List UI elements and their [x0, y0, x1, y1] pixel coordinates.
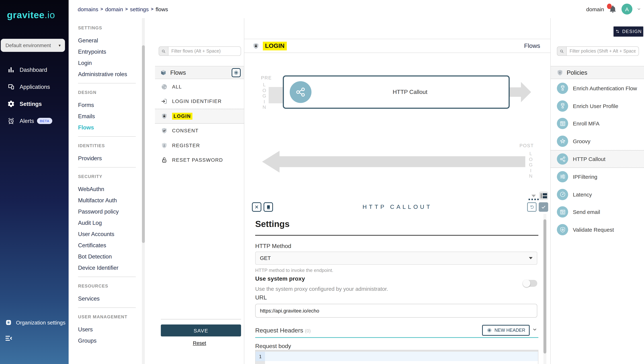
settings-nav-panel: SETTINGSGeneralEntrypointsLoginAdministr…	[69, 18, 145, 364]
sidebar-item-alerts[interactable]: AlertsBETA	[0, 112, 69, 130]
settings-nav-item-device-identifier[interactable]: Device Identifier	[78, 262, 145, 273]
login-arrow-icon	[161, 98, 168, 105]
breadcrumb-item-domain[interactable]: domain	[105, 6, 123, 12]
settings-nav-item-bot-detection[interactable]: Bot Detection	[78, 251, 145, 262]
organization-settings-button[interactable]: Organization settings	[5, 319, 65, 326]
sidebar-item-settings[interactable]: Settings	[0, 95, 69, 112]
settings-nav-item-login[interactable]: Login	[78, 57, 145, 68]
layout-toggle-button[interactable]	[539, 192, 548, 200]
request-body-label: Request body	[255, 343, 291, 350]
sidebar-item-label: Applications	[20, 84, 50, 90]
http-method-select[interactable]: GET	[255, 252, 537, 265]
policy-item-validate-request[interactable]: Validate Request	[551, 221, 644, 239]
policy-item-latency[interactable]: Latency	[551, 186, 644, 204]
settings-nav-divider	[78, 136, 136, 137]
collapse-panel-icon[interactable]	[531, 195, 536, 197]
app-root: domains>domain>settings>flows domain A D…	[0, 0, 644, 364]
sidebar-item-applications[interactable]: Applications	[0, 78, 69, 95]
flow-item-login[interactable]: LOGIN	[155, 109, 244, 124]
flows-search-input[interactable]	[168, 46, 241, 56]
settings-nav-item-services[interactable]: Services	[78, 293, 145, 304]
settings-nav-item-users[interactable]: Users	[78, 324, 145, 335]
flow-item-label: LOGIN IDENTIFIER	[172, 99, 222, 104]
shield-gear-icon	[559, 226, 566, 234]
url-input[interactable]	[255, 304, 537, 318]
refresh-button[interactable]	[527, 202, 537, 212]
pre-arrow-body	[510, 87, 521, 97]
flow-item-reset-password[interactable]: RESET PASSWORD	[155, 153, 244, 168]
save-button[interactable]: SAVE	[161, 324, 241, 336]
settings-nav-item-password-policy[interactable]: Password policy	[78, 206, 145, 217]
settings-nav-section-identities: IDENTITIES	[78, 141, 145, 150]
notifications-button[interactable]	[608, 5, 617, 14]
settings-nav-divider	[78, 83, 136, 84]
logo: gravitee.io	[7, 10, 55, 21]
avatar[interactable]: A	[621, 4, 632, 14]
http-callout-node[interactable]: HTTP Callout	[283, 76, 510, 109]
window-plus-icon	[559, 120, 566, 127]
environment-selector[interactable]: Default environment ▾	[1, 39, 65, 52]
policy-item-groovy[interactable]: Groovy	[551, 132, 644, 150]
settings-nav-item-entrypoints[interactable]: Entrypoints	[78, 46, 145, 57]
breadcrumb: domains>domain>settings>flows	[76, 0, 169, 18]
window-plus-icon	[559, 208, 566, 216]
plus-icon	[233, 70, 239, 76]
sidebar-item-dashboard[interactable]: Dashboard	[0, 61, 69, 78]
callout-scrollbar-thumb[interactable]	[543, 219, 546, 354]
chevron-down-icon[interactable]	[532, 327, 537, 332]
dropdown-arrow-icon	[529, 257, 533, 259]
policy-item-label: IPFiltering	[573, 174, 597, 180]
settings-nav-item-groups[interactable]: Groups	[78, 335, 145, 346]
request-body-editor[interactable]: 1	[255, 350, 538, 364]
http-method-hint: HTTP method to invoke the endpoint.	[255, 268, 333, 273]
policy-item-enrich-user-profile[interactable]: Enrich User Profile	[551, 97, 644, 115]
settings-nav-section-design: DESIGN	[78, 88, 145, 97]
policies-search-input[interactable]	[566, 46, 639, 56]
collapse-sidebar-button[interactable]	[4, 334, 13, 342]
settings-nav-item-webauthn[interactable]: WebAuthn	[78, 184, 145, 195]
settings-nav-item-general[interactable]: General	[78, 35, 145, 46]
settings-nav-item-forms[interactable]: Forms	[78, 99, 145, 110]
policy-item-ipfiltering[interactable]: IPFiltering	[551, 168, 644, 186]
breadcrumb-separator: >	[125, 6, 128, 12]
policy-item-send-email[interactable]: Send email	[551, 203, 644, 221]
pre-arrow-head	[521, 82, 531, 102]
gear-icon	[7, 100, 15, 108]
add-flow-button[interactable]	[232, 68, 241, 77]
policy-item-enroll-mfa[interactable]: Enroll MFA	[551, 115, 644, 132]
settings-nav-section-security: SECURITY	[78, 172, 145, 181]
system-proxy-toggle[interactable]	[523, 280, 537, 287]
http-method-label: HTTP Method	[255, 243, 291, 250]
settings-nav-item-multifactor-auth[interactable]: Multifactor Auth	[78, 195, 145, 206]
policy-icon-circle	[557, 136, 568, 147]
settings-nav-item-user-accounts[interactable]: User Accounts	[78, 228, 145, 240]
flow-item-consent[interactable]: CONSENT	[155, 124, 244, 138]
settings-nav-item-certificates[interactable]: Certificates	[78, 240, 145, 251]
panel-drag-handle[interactable]	[529, 199, 539, 200]
canvas-panel-title: Flows	[524, 42, 540, 50]
policy-item-enrich-authentication-flow[interactable]: Enrich Authentication Flow	[551, 80, 644, 97]
pre-phase-label: PRE	[261, 75, 272, 80]
flow-item-register[interactable]: REGISTER	[155, 138, 244, 153]
settings-nav-scrollbar-thumb[interactable]	[142, 45, 145, 243]
breadcrumb-item-settings[interactable]: settings	[130, 6, 149, 12]
flow-item-all[interactable]: ALL	[155, 80, 244, 94]
settings-nav-item-emails[interactable]: Emails	[78, 110, 145, 122]
request-headers-label: Request Headers (0)	[255, 327, 311, 334]
db-node-icon	[559, 102, 566, 110]
settings-nav-divider	[78, 167, 136, 168]
settings-nav-item-administrative-roles[interactable]: Administrative roles	[78, 68, 145, 80]
design-button[interactable]: DESIGN	[613, 26, 643, 36]
settings-nav-divider	[78, 308, 136, 308]
settings-nav-item-flows[interactable]: Flows	[78, 122, 145, 133]
reset-link[interactable]: Reset	[155, 340, 244, 346]
chevron-down-icon[interactable]	[637, 7, 641, 11]
flow-item-login-identifier[interactable]: LOGIN IDENTIFIER	[155, 94, 244, 109]
settings-nav-item-audit-log[interactable]: Audit Log	[78, 217, 145, 228]
apply-button[interactable]	[539, 202, 548, 212]
new-header-button[interactable]: NEW HEADER	[482, 325, 530, 336]
settings-nav-item-providers[interactable]: Providers	[78, 153, 145, 164]
breadcrumb-item-flows: flows	[155, 6, 168, 12]
breadcrumb-item-domains[interactable]: domains	[78, 6, 98, 12]
policy-item-http-callout[interactable]: HTTP Callout	[551, 150, 644, 168]
